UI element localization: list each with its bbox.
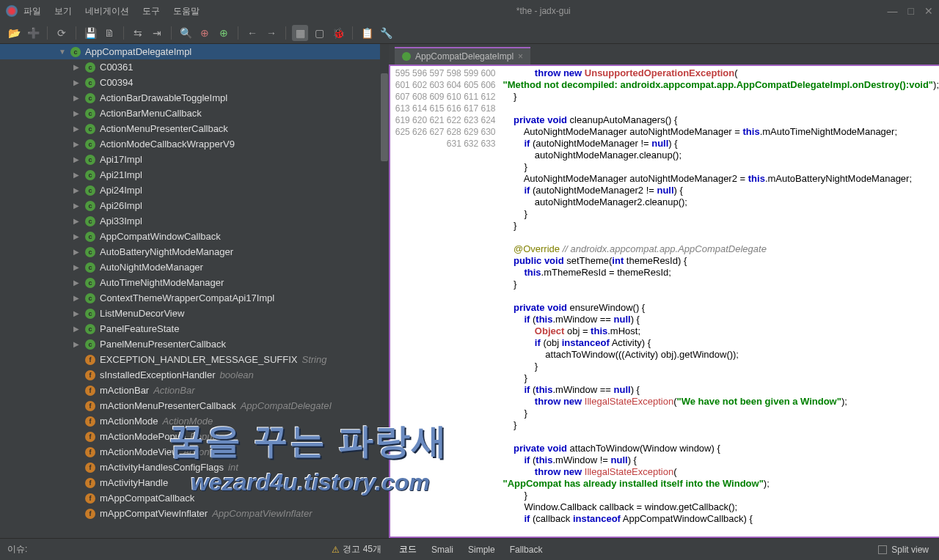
tree-item[interactable]: ▶cActionBarDrawableToggleImpl: [0, 90, 389, 106]
refresh-icon[interactable]: ⟳: [54, 25, 70, 41]
tree-item[interactable]: fmAppCompatCallback: [0, 490, 389, 506]
back-icon[interactable]: ←: [244, 25, 260, 41]
settings-icon[interactable]: 🔧: [378, 25, 394, 41]
tree-item[interactable]: ▶cContextThemeWrapperCompatApi17Impl: [0, 290, 389, 306]
code-editor[interactable]: 595 596 597 598 599 600 601 602 603 604 …: [389, 65, 939, 538]
tree-scrollbar[interactable]: [380, 44, 389, 538]
tree-item[interactable]: ▶cPanelMenuPresenterCallback: [0, 336, 389, 352]
tree-item[interactable]: fEXCEPTION_HANDLER_MESSAGE_SUFFIXString: [0, 352, 389, 367]
search-icon[interactable]: 🔍: [178, 25, 194, 41]
close-tab-icon[interactable]: ×: [518, 51, 523, 62]
tree-item[interactable]: fmActionMenuPresenterCallbackAppCompatDe…: [0, 398, 389, 413]
line-gutter: 595 596 597 598 599 600 601 602 603 604 …: [390, 66, 503, 526]
export-icon[interactable]: ⇥: [149, 25, 165, 41]
tree-item[interactable]: ▶cAppCompatWindowCallback: [0, 229, 389, 244]
tree-item[interactable]: ▶cListMenuDecorView: [0, 306, 389, 321]
menu-bar: 파일 보기 네비게이션 도구 도움말: [23, 5, 200, 18]
checkbox-icon[interactable]: [878, 545, 887, 554]
app-logo-icon: [6, 5, 18, 17]
tree-item[interactable]: ▶cActionBarMenuCallback: [0, 106, 389, 121]
maximize-button[interactable]: □: [908, 5, 914, 17]
tree-panel: ▼cAppCompatDelegateImpl▶cC00361▶cC00394▶…: [0, 44, 389, 538]
add-icon[interactable]: ➕: [25, 25, 41, 41]
code-content[interactable]: throw new UnsupportedOperationException(…: [503, 66, 939, 526]
minimize-button[interactable]: —: [888, 5, 898, 17]
mode-code[interactable]: 코드: [399, 543, 417, 556]
find-class-icon[interactable]: ⊕: [216, 25, 232, 41]
tree-item[interactable]: ▶cApi24Impl: [0, 183, 389, 198]
tree-item[interactable]: fmActionBarActionBar: [0, 383, 389, 398]
menu-navigation[interactable]: 네비게이션: [85, 5, 129, 18]
tree-item[interactable]: fmActivityHandlesConfigFlagsint: [0, 460, 389, 475]
tab-label: AppCompatDelegateImpl: [415, 51, 514, 62]
tree-item[interactable]: ▶cApi33Impl: [0, 213, 389, 229]
save-icon[interactable]: 💾: [82, 25, 98, 41]
tree-item[interactable]: ▶cApi26Impl: [0, 198, 389, 213]
editor-tabs: AppCompatDelegateImpl ×: [389, 44, 939, 65]
menu-file[interactable]: 파일: [23, 5, 41, 18]
tab-appcompatdelegateimpl[interactable]: AppCompatDelegateImpl ×: [395, 47, 530, 65]
debug-icon[interactable]: 🐞: [330, 25, 346, 41]
mode-fallback[interactable]: Fallback: [510, 545, 543, 555]
status-bar: 이슈: ⚠경고 45개 코드 Smali Simple Fallback Spl…: [0, 538, 939, 560]
titlebar: 파일 보기 네비게이션 도구 도움말 *the - jadx-gui — □ ✕: [0, 0, 939, 22]
tree-item[interactable]: ▶cAutoNightModeManager: [0, 259, 389, 275]
tree-item[interactable]: fmActionModePopupPopup: [0, 429, 389, 444]
menu-help[interactable]: 도움말: [173, 5, 200, 18]
tree-item[interactable]: ▶cApi17Impl: [0, 152, 389, 167]
tree-item[interactable]: fmActionModeViewAction: [0, 444, 389, 460]
toolbar: 📂 ➕ ⟳ 💾 🗎 ⇆ ⇥ 🔍 ⊕ ⊕ ← → ▦ ▢ 🐞 📋 🔧: [0, 22, 939, 44]
log-icon[interactable]: 📋: [359, 25, 375, 41]
menu-tools[interactable]: 도구: [142, 5, 160, 18]
mode-simple[interactable]: Simple: [468, 545, 495, 555]
forward-icon[interactable]: →: [263, 25, 279, 41]
issue-label: 이슈:: [7, 543, 27, 556]
tree-item[interactable]: ▶cActionMenuPresenterCallback: [0, 121, 389, 136]
tree-item[interactable]: ▶cAutoBatteryNightModeManager: [0, 244, 389, 259]
window-title: *the - jadx-gui: [200, 6, 888, 16]
tree-item[interactable]: ▶cC00394: [0, 75, 389, 90]
mode-smali[interactable]: Smali: [431, 545, 453, 555]
class-icon: [402, 52, 411, 61]
warning-count[interactable]: ⚠경고 45개: [332, 543, 381, 556]
menu-view[interactable]: 보기: [54, 5, 72, 18]
tree-item[interactable]: fmActionModeActionMode: [0, 413, 389, 429]
split-view-toggle[interactable]: Split view: [878, 545, 929, 555]
tree-item[interactable]: ▶cApi21Impl: [0, 167, 389, 183]
scrollbar-thumb[interactable]: [381, 73, 388, 161]
structure-icon[interactable]: ▢: [311, 25, 327, 41]
tree-item[interactable]: ▶cActionModeCallbackWrapperV9: [0, 136, 389, 152]
tree-item[interactable]: ▶cC00361: [0, 59, 389, 75]
layout-icon[interactable]: ▦: [292, 25, 308, 41]
close-button[interactable]: ✕: [924, 5, 933, 17]
tree-header[interactable]: ▼cAppCompatDelegateImpl: [0, 44, 389, 59]
tree-item[interactable]: fmActivityHandle: [0, 475, 389, 490]
sync-icon[interactable]: ⇆: [130, 25, 146, 41]
tree-item[interactable]: ▶cAutoTimeNightModeManager: [0, 275, 389, 290]
tree-item[interactable]: fsInstalledExceptionHandlerboolean: [0, 367, 389, 383]
find-usages-icon[interactable]: ⊕: [197, 25, 213, 41]
saveall-icon[interactable]: 🗎: [101, 25, 117, 41]
tree-item[interactable]: fmAppCompatViewInflaterAppCompatViewInfl…: [0, 506, 389, 521]
open-icon[interactable]: 📂: [6, 25, 22, 41]
tree-item[interactable]: ▶cPanelFeatureState: [0, 321, 389, 336]
